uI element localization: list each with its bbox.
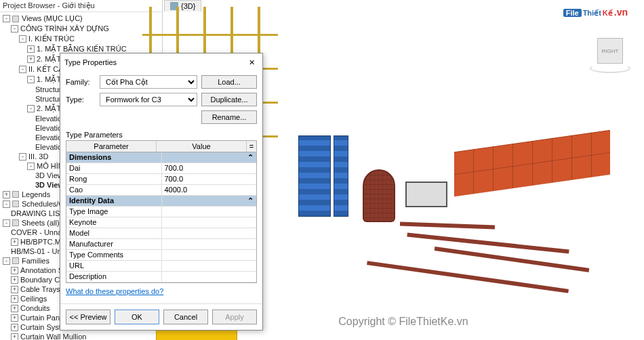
expand-icon[interactable]: + bbox=[3, 191, 10, 198]
tree-label: Families bbox=[22, 257, 49, 265]
expand-icon[interactable]: + bbox=[11, 295, 18, 303]
node-icon bbox=[12, 257, 19, 264]
expand-icon[interactable]: + bbox=[11, 305, 18, 312]
param-name: Dai bbox=[66, 163, 162, 173]
tree-item[interactable]: -CÔNG TRÌNH XÂY DỰNG bbox=[3, 24, 162, 34]
column-formwork-model bbox=[298, 135, 331, 217]
param-value[interactable] bbox=[162, 261, 257, 271]
tree-item[interactable]: +Curtain Wall Mullion bbox=[3, 332, 162, 340]
rename-button[interactable]: Rename... bbox=[201, 110, 257, 124]
table-row[interactable]: Type Comments bbox=[66, 250, 256, 261]
apply-button[interactable]: Apply bbox=[212, 310, 257, 324]
expand-icon[interactable]: - bbox=[19, 35, 26, 43]
param-value[interactable] bbox=[162, 239, 257, 249]
param-value[interactable]: ⌃ bbox=[162, 152, 257, 163]
expand-icon[interactable]: - bbox=[27, 163, 35, 170]
table-row[interactable]: Type Image bbox=[66, 207, 256, 217]
expand-icon[interactable]: + bbox=[11, 267, 18, 274]
tree-label: Structur bbox=[35, 95, 62, 103]
param-name: Model bbox=[66, 228, 162, 238]
param-value[interactable] bbox=[162, 217, 257, 228]
expand-icon[interactable]: + bbox=[27, 45, 35, 53]
dialog-titlebar[interactable]: Type Properties ✕ bbox=[60, 54, 262, 71]
column-formwork-model-2 bbox=[334, 135, 348, 217]
slab-panel-model bbox=[454, 130, 610, 196]
tree-item[interactable]: -I. KIẾN TRÚC bbox=[3, 34, 162, 44]
node-icon bbox=[12, 16, 19, 22]
col-expand: = bbox=[247, 141, 256, 152]
expand-icon[interactable]: + bbox=[11, 314, 18, 322]
expand-icon[interactable]: + bbox=[11, 324, 18, 331]
foundation-box-model bbox=[405, 182, 447, 207]
tree-item[interactable]: -Views (MỤC LỤC) bbox=[3, 14, 162, 24]
type-parameters-label: Type Parameters bbox=[66, 131, 257, 139]
ok-button[interactable]: OK bbox=[115, 310, 159, 324]
type-properties-dialog: Type Properties ✕ Family: Cốt Pha Cột Lo… bbox=[60, 53, 263, 331]
table-row[interactable]: Model bbox=[66, 228, 256, 239]
type-select[interactable]: Formwork for C3 bbox=[100, 93, 197, 106]
expand-icon[interactable]: + bbox=[11, 333, 18, 341]
close-icon[interactable]: ✕ bbox=[245, 56, 258, 68]
node-icon bbox=[12, 219, 19, 226]
cylinder-rebar-model bbox=[363, 169, 395, 222]
table-row[interactable]: Dai700.0 bbox=[66, 163, 256, 174]
table-body[interactable]: Dimensions⌃Dai700.0Rong700.0Cao4000.0Ide… bbox=[66, 152, 256, 282]
node-icon bbox=[12, 200, 19, 207]
expand-icon[interactable]: - bbox=[3, 257, 10, 265]
param-value[interactable] bbox=[162, 207, 257, 217]
param-value[interactable]: ⌃ bbox=[162, 196, 257, 206]
family-select[interactable]: Cốt Pha Cột bbox=[100, 75, 197, 89]
param-value[interactable]: 700.0 bbox=[162, 163, 257, 173]
param-name: Identity Data bbox=[66, 196, 162, 206]
tree-label: Legends bbox=[22, 190, 50, 198]
tree-label: Cable Trays bbox=[20, 285, 60, 293]
param-name: Type Comments bbox=[66, 250, 162, 260]
cancel-button[interactable]: Cancel bbox=[163, 310, 208, 324]
expand-icon[interactable]: - bbox=[11, 25, 18, 33]
param-value[interactable]: 4000.0 bbox=[162, 185, 257, 195]
table-header: Parameter Value = bbox=[66, 141, 256, 152]
param-name: Description bbox=[66, 272, 162, 282]
param-name: Rong bbox=[66, 174, 162, 184]
param-value[interactable] bbox=[162, 228, 257, 238]
family-label: Family: bbox=[66, 78, 96, 86]
preview-button[interactable]: << Preview bbox=[66, 310, 110, 324]
table-row[interactable]: Keynote bbox=[66, 217, 256, 228]
expand-icon[interactable]: + bbox=[27, 56, 35, 63]
duplicate-button[interactable]: Duplicate... bbox=[201, 93, 257, 106]
table-row[interactable]: Cao4000.0 bbox=[66, 185, 256, 196]
expand-icon[interactable]: - bbox=[3, 200, 10, 208]
expand-icon[interactable]: - bbox=[27, 105, 35, 112]
table-row[interactable]: Rong700.0 bbox=[66, 174, 256, 185]
table-row[interactable]: URL bbox=[66, 261, 256, 272]
help-link[interactable]: What do these properties do? bbox=[66, 287, 257, 295]
beam-model bbox=[367, 261, 569, 293]
expand-icon[interactable]: - bbox=[3, 219, 10, 227]
param-value[interactable] bbox=[162, 272, 257, 282]
node-icon bbox=[12, 191, 19, 198]
parameter-table: Parameter Value = Dimensions⌃Dai700.0Ron… bbox=[66, 140, 257, 283]
param-name: Manufacturer bbox=[66, 239, 162, 249]
expand-icon[interactable]: + bbox=[11, 276, 18, 284]
param-name: Type Image bbox=[66, 207, 162, 217]
load-button[interactable]: Load... bbox=[201, 75, 257, 89]
table-group-row[interactable]: Identity Data⌃ bbox=[66, 196, 256, 207]
tree-label: Views (MỤC LỤC) bbox=[22, 14, 83, 23]
beam-model bbox=[400, 222, 495, 230]
param-name: Cao bbox=[66, 185, 162, 195]
expand-icon[interactable]: + bbox=[11, 238, 18, 246]
expand-icon[interactable]: - bbox=[3, 15, 10, 22]
col-value: Value bbox=[157, 141, 247, 152]
expand-icon[interactable]: - bbox=[27, 76, 35, 83]
expand-icon[interactable]: + bbox=[11, 286, 18, 293]
table-row[interactable]: Manufacturer bbox=[66, 239, 256, 250]
tree-label: CÔNG TRÌNH XÂY DỰNG bbox=[20, 24, 109, 33]
param-name: URL bbox=[66, 261, 162, 271]
expand-icon[interactable]: - bbox=[19, 66, 26, 73]
param-name: Dimensions bbox=[66, 152, 162, 163]
table-row[interactable]: Description bbox=[66, 272, 256, 282]
param-value[interactable]: 700.0 bbox=[162, 174, 257, 184]
table-group-row[interactable]: Dimensions⌃ bbox=[66, 152, 256, 163]
expand-icon[interactable]: - bbox=[19, 153, 26, 161]
param-value[interactable] bbox=[162, 250, 257, 260]
